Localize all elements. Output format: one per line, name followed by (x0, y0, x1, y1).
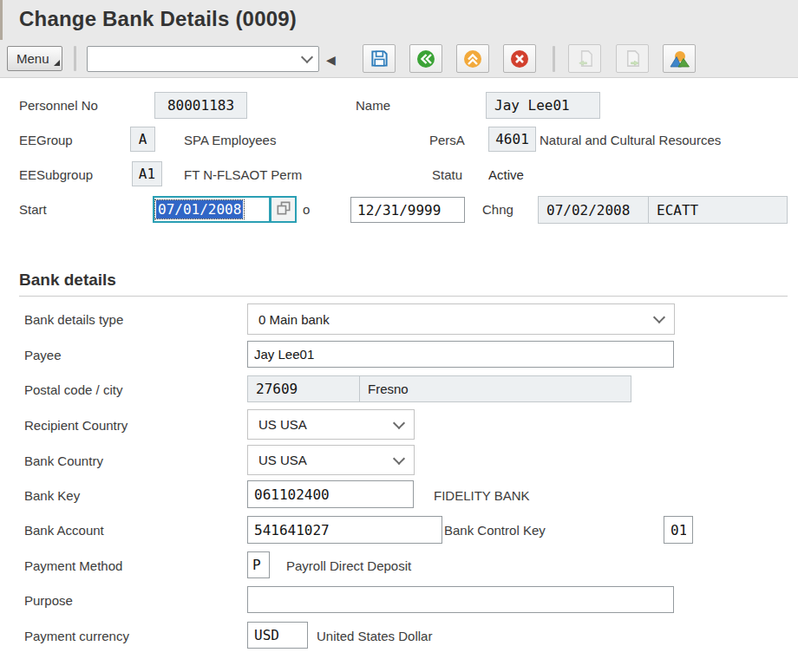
name-label: Name (356, 98, 390, 113)
start-date-field[interactable]: 07/01/2008 (153, 196, 271, 223)
changed-on-label: Chng (482, 202, 513, 217)
bank-details-type-select[interactable]: 0 Main bank (247, 303, 675, 335)
bank-country-value: US USA (258, 453, 307, 467)
ee-group-description: SPA Employees (184, 133, 276, 147)
payment-method-description: Payroll Direct Deposit (286, 558, 411, 573)
changed-on-field: 07/02/2008 (538, 196, 649, 224)
date-picker-button[interactable] (270, 196, 297, 223)
bank-account-field[interactable] (247, 516, 442, 544)
postal-code-field: 27609 (247, 375, 360, 402)
pers-area-description: Natural and Cultural Resources (540, 133, 721, 147)
ee-group-field: A (130, 127, 155, 152)
city-field: Fresno (359, 375, 631, 402)
exit-button[interactable] (456, 44, 489, 73)
pers-area-label: PersA (429, 133, 465, 147)
ee-group-label: EEGroup (19, 133, 73, 147)
chevron-down-icon[interactable] (301, 51, 313, 63)
payee-label: Payee (24, 348, 62, 362)
bank-key-label: Bank Key (24, 488, 80, 503)
cancel-button[interactable] (503, 44, 536, 73)
title-bar: Change Bank Details (0009) (0, 0, 798, 40)
back-icon (415, 49, 436, 69)
copy-icon (275, 199, 292, 220)
menu-button-label: Menu (16, 51, 49, 66)
exit-icon (462, 49, 483, 69)
toolbar-separator (553, 46, 555, 72)
recipient-country-select[interactable]: US USA (247, 409, 415, 440)
start-date-selected-text: 07/01/2008 (156, 200, 243, 219)
bank-country-select[interactable]: US USA (247, 445, 415, 475)
overview-icon (669, 49, 690, 69)
previous-record-icon (575, 49, 595, 69)
payment-currency-label: Payment currency (24, 629, 129, 643)
chevron-down-icon (653, 311, 665, 323)
back-button[interactable] (409, 44, 442, 73)
page-title: Change Bank Details (0009) (19, 7, 297, 31)
chevron-down-icon (393, 452, 405, 464)
to-label: o (303, 202, 310, 217)
status-value: Active (488, 167, 524, 182)
chevron-down-icon (393, 416, 405, 428)
ee-subgroup-field: A1 (132, 161, 162, 186)
menu-button[interactable]: Menu (7, 46, 62, 71)
bank-country-label: Bank Country (24, 453, 103, 468)
save-icon (370, 49, 389, 69)
overview-button[interactable] (663, 44, 696, 73)
bank-key-description: FIDELITY BANK (434, 488, 530, 503)
payment-currency-field[interactable] (247, 622, 308, 649)
window-edge (0, 0, 3, 40)
next-record-icon (623, 49, 643, 69)
payment-method-field[interactable] (247, 551, 270, 578)
command-field[interactable] (87, 46, 319, 72)
collapse-left-icon[interactable]: ◀ (326, 53, 336, 67)
previous-record-button (568, 44, 601, 73)
bank-control-key-field[interactable] (664, 516, 693, 544)
payee-field[interactable] (247, 341, 674, 368)
bank-key-field[interactable] (247, 480, 414, 508)
personnel-no-field: 80001183 (154, 92, 247, 119)
personnel-no-label: Personnel No (19, 98, 98, 113)
status-label: Statu (432, 167, 462, 182)
changed-by-field: ECATT (648, 196, 788, 224)
recipient-country-value: US USA (258, 417, 307, 432)
bank-control-key-label: Bank Control Key (444, 523, 546, 538)
postal-city-label: Postal code / city (24, 382, 122, 397)
purpose-label: Purpose (24, 593, 73, 608)
end-date-field[interactable] (350, 197, 465, 223)
section-divider (19, 296, 788, 297)
ee-subgroup-description: FT N-FLSAOT Perm (184, 167, 302, 182)
payment-currency-description: United States Dollar (317, 629, 432, 643)
pers-area-field: 4601 (488, 127, 536, 152)
start-date-label: Start (19, 202, 47, 217)
toolbar-separator (74, 46, 76, 71)
save-button[interactable] (363, 44, 396, 73)
bank-details-type-value: 0 Main bank (258, 312, 330, 327)
bank-details-type-label: Bank details type (24, 312, 123, 327)
next-record-button (616, 44, 649, 73)
recipient-country-label: Recipient Country (24, 418, 128, 433)
purpose-field[interactable] (247, 586, 674, 613)
section-title: Bank details (19, 271, 116, 290)
cancel-icon (509, 49, 530, 69)
payment-method-label: Payment Method (24, 558, 122, 573)
bank-account-label: Bank Account (24, 523, 104, 538)
ee-subgroup-label: EESubgroup (19, 167, 93, 182)
name-field: Jay Lee01 (486, 92, 600, 119)
menu-arrow-icon (54, 60, 60, 66)
